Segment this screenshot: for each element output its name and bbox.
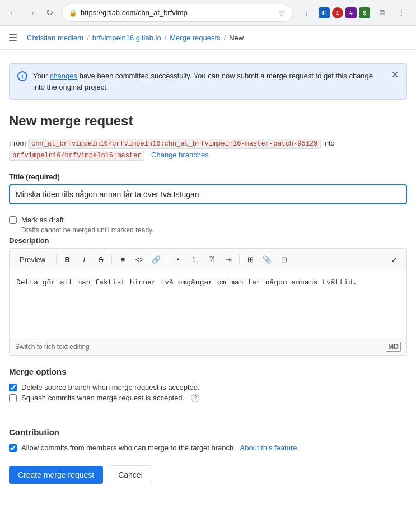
description-content: Detta gör att man faktist hinner två omg… bbox=[16, 277, 400, 288]
into-branch: brfvimpeln16/brfvimpeln16:master bbox=[9, 151, 144, 161]
banner-changes-link[interactable]: changes bbox=[50, 72, 77, 80]
squash-commits-checkbox[interactable] bbox=[9, 394, 17, 402]
breadcrumb-sep-2: / bbox=[165, 34, 167, 42]
ext-green-icon[interactable]: $ bbox=[359, 7, 370, 18]
mark-as-draft-label[interactable]: Mark as draft bbox=[21, 216, 64, 224]
merge-options-checkboxes: Delete source branch when merge request … bbox=[9, 383, 407, 402]
toolbar-divider-1 bbox=[56, 254, 57, 264]
toolbar-divider-3 bbox=[167, 254, 167, 264]
link-button[interactable]: 🔗 bbox=[148, 252, 164, 267]
contribution-title: Contribution bbox=[9, 427, 407, 437]
breadcrumb-sep-3: / bbox=[224, 34, 226, 42]
draft-checkbox-row: Mark as draft bbox=[9, 216, 407, 224]
rich-text-link[interactable]: Switch to rich text editing bbox=[15, 343, 90, 351]
address-bar[interactable]: 🔒 https://gitlab.com/chn_at_brfvimp ☆ bbox=[62, 4, 293, 22]
bold-button[interactable]: B bbox=[59, 252, 75, 267]
allow-commits-checkbox[interactable] bbox=[9, 444, 17, 452]
change-branches-link[interactable]: Change branches bbox=[151, 151, 209, 159]
breadcrumb-sep-1: / bbox=[87, 34, 89, 42]
browser-chrome: ← → ↻ 🔒 https://gitlab.com/chn_at_brfvim… bbox=[0, 0, 416, 26]
breadcrumb-christian[interactable]: Christian medlem bbox=[27, 34, 83, 42]
banner-text: Your changes have been committed success… bbox=[33, 71, 386, 92]
draft-hint: Drafts cannot be merged until marked rea… bbox=[21, 226, 407, 234]
heading-button[interactable]: ≡ bbox=[115, 252, 130, 267]
url-text: https://gitlab.com/chn_at_brfvimp bbox=[81, 8, 275, 17]
description-group: Description Preview B I S ≡ <> 🔗 • 1. ☑ … bbox=[9, 236, 407, 356]
into-label: into bbox=[323, 139, 335, 147]
breadcrumb: Christian medlem / brfvimpeln16.gitlab.i… bbox=[0, 26, 416, 50]
draft-checkbox-group: Mark as draft Drafts cannot be merged un… bbox=[9, 216, 407, 234]
title-label: Title (required) bbox=[9, 172, 407, 181]
ordered-list-button[interactable]: 1. bbox=[187, 252, 203, 267]
section-divider bbox=[9, 416, 407, 416]
merge-options-title: Merge options bbox=[9, 367, 407, 376]
bullet-list-button[interactable]: • bbox=[170, 252, 186, 267]
delete-branch-label[interactable]: Delete source branch when merge request … bbox=[21, 383, 200, 391]
ext-hash-icon[interactable]: # bbox=[345, 7, 357, 18]
squash-commits-row: Squash commits when merge request is acc… bbox=[9, 394, 407, 402]
extensions-button[interactable]: ⧉ bbox=[373, 4, 391, 22]
description-label: Description bbox=[9, 236, 407, 245]
description-editor: Preview B I S ≡ <> 🔗 • 1. ☑ ⇥ ⊞ 📎 ⊡ ⤢ bbox=[9, 248, 407, 356]
breadcrumb-repo[interactable]: brfvimpeln16.gitlab.io bbox=[92, 34, 161, 42]
action-buttons: Create merge request Cancel bbox=[9, 465, 407, 484]
create-merge-request-button[interactable]: Create merge request bbox=[9, 466, 103, 484]
forward-button[interactable]: → bbox=[24, 5, 39, 21]
strikethrough-button[interactable]: S bbox=[93, 252, 109, 267]
banner-text-before: Your bbox=[33, 72, 50, 80]
code-button[interactable]: <> bbox=[132, 252, 147, 267]
info-banner: i Your changes have been committed succe… bbox=[9, 63, 407, 100]
reload-button[interactable]: ↻ bbox=[41, 5, 57, 21]
about-feature-link[interactable]: About this feature. bbox=[240, 444, 300, 452]
collapse-button[interactable]: ⊡ bbox=[276, 252, 292, 267]
delete-branch-checkbox[interactable] bbox=[9, 384, 17, 391]
from-branch: chn_at_brfvimpeln16/brfvimpeln16:chn_at_… bbox=[28, 139, 321, 149]
markdown-icon: MD bbox=[386, 342, 401, 352]
italic-button[interactable]: I bbox=[76, 252, 92, 267]
browser-actions: ↓ F 1 # $ ⧉ ⋮ bbox=[297, 4, 410, 22]
table-button[interactable]: ⊞ bbox=[242, 252, 258, 267]
back-button[interactable]: ← bbox=[6, 5, 21, 21]
editor-footer: Switch to rich text editing MD bbox=[10, 338, 406, 355]
mark-as-draft-checkbox[interactable] bbox=[9, 216, 17, 224]
bookmark-icon: ☆ bbox=[278, 8, 286, 17]
contribution-section: Contribution Allow commits from members … bbox=[9, 427, 407, 452]
toolbar-divider-2 bbox=[111, 254, 112, 264]
banner-close-button[interactable]: ✕ bbox=[391, 71, 399, 80]
main-content: i Your changes have been committed succe… bbox=[0, 50, 416, 498]
info-icon: i bbox=[17, 71, 27, 81]
task-list-button[interactable]: ☑ bbox=[204, 252, 219, 267]
squash-help-icon[interactable]: ? bbox=[191, 394, 199, 402]
allow-commits-row: Allow commits from members who can merge… bbox=[9, 444, 407, 452]
menu-button[interactable]: ⋮ bbox=[392, 4, 410, 22]
banner-text-after: have been committed successfully. You ca… bbox=[33, 72, 373, 91]
preview-tab[interactable]: Preview bbox=[14, 253, 51, 266]
download-button[interactable]: ↓ bbox=[297, 4, 315, 22]
cancel-button[interactable]: Cancel bbox=[109, 465, 152, 484]
attach-button[interactable]: 📎 bbox=[259, 252, 275, 267]
menu-icon bbox=[9, 32, 19, 43]
delete-branch-row: Delete source branch when merge request … bbox=[9, 383, 407, 391]
breadcrumb-new: New bbox=[229, 34, 244, 42]
editor-body[interactable]: Detta gör att man faktist hinner två omg… bbox=[10, 270, 406, 338]
editor-toolbar: Preview B I S ≡ <> 🔗 • 1. ☑ ⇥ ⊞ 📎 ⊡ ⤢ bbox=[10, 249, 406, 270]
breadcrumb-merge-requests[interactable]: Merge requests bbox=[170, 34, 220, 42]
merge-options-section: Merge options Delete source branch when … bbox=[9, 367, 407, 402]
squash-commits-label[interactable]: Squash commits when merge request is acc… bbox=[21, 394, 184, 402]
title-input[interactable] bbox=[9, 184, 407, 204]
lock-icon: 🔒 bbox=[69, 9, 77, 17]
toolbar-divider-4 bbox=[239, 254, 240, 264]
fullscreen-button[interactable]: ⤢ bbox=[386, 252, 402, 267]
nav-buttons: ← → ↻ bbox=[6, 5, 57, 21]
indent-button[interactable]: ⇥ bbox=[221, 252, 236, 267]
branch-info: From chn_at_brfvimpeln16/brfvimpeln16:ch… bbox=[9, 138, 407, 161]
page-title: New merge request bbox=[9, 113, 407, 129]
ext-f-icon[interactable]: F bbox=[319, 7, 330, 18]
ext-red-icon[interactable]: 1 bbox=[332, 7, 343, 18]
title-field-group: Title (required) bbox=[9, 172, 407, 204]
from-label: From bbox=[9, 139, 26, 147]
allow-commits-label[interactable]: Allow commits from members who can merge… bbox=[21, 444, 299, 452]
